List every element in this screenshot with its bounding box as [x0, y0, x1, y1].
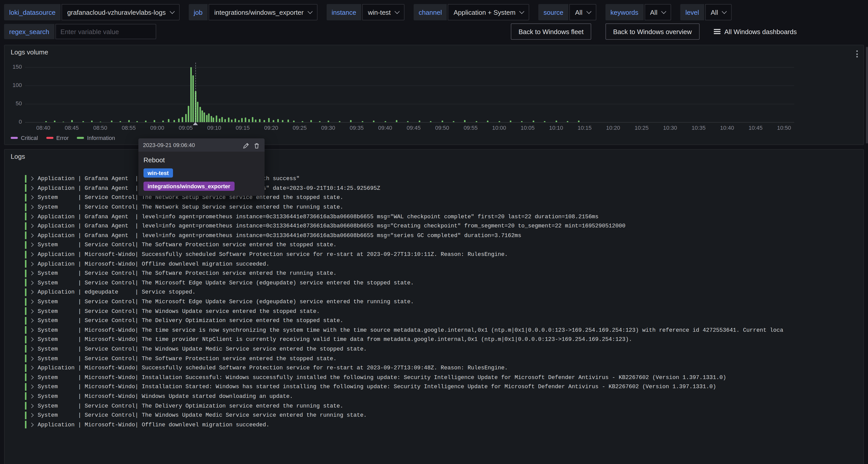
- expand-chevron-icon[interactable]: [30, 394, 34, 398]
- x-axis-tick: 09:35: [349, 125, 364, 131]
- variable-dropdown-channel[interactable]: Application + System: [448, 4, 529, 20]
- expand-chevron-icon[interactable]: [30, 290, 34, 294]
- log-row[interactable]: System | Service Control| The Windows Up…: [5, 307, 863, 316]
- expand-chevron-icon[interactable]: [30, 233, 34, 238]
- log-line: System | Service Control| The Windows Up…: [38, 346, 367, 352]
- logs-volume-plot[interactable]: 05010015008:4008:4508:5008:5509:0009:050…: [5, 45, 863, 145]
- log-row[interactable]: System | Service Control| The Windows Up…: [5, 410, 863, 420]
- log-line: Application | edgeupdate | Service stopp…: [38, 289, 196, 295]
- expand-chevron-icon[interactable]: [30, 337, 34, 342]
- expand-chevron-icon[interactable]: [30, 262, 34, 266]
- expand-chevron-icon[interactable]: [30, 300, 34, 304]
- log-row[interactable]: System | Service Control| The Software P…: [5, 354, 863, 363]
- bar-information: [255, 120, 257, 122]
- bar-information: [178, 119, 180, 122]
- variable-label-instance: instance: [327, 4, 361, 20]
- legend-item-error[interactable]: Error: [46, 135, 69, 141]
- log-row[interactable]: System | Service Control| The Windows Up…: [5, 344, 863, 353]
- log-line: System | Service Control| The Delivery O…: [38, 317, 343, 323]
- expand-chevron-icon[interactable]: [30, 309, 34, 313]
- back-to-overview-button[interactable]: Back to Windows overview: [606, 23, 699, 40]
- log-row[interactable]: System | Microsoft-Windo| Installation S…: [5, 382, 863, 392]
- bar-information: [162, 121, 163, 122]
- expand-chevron-icon[interactable]: [30, 318, 34, 323]
- log-row[interactable]: System | Service Control| The Network Se…: [5, 193, 863, 202]
- log-level-indicator: [25, 251, 27, 258]
- log-row[interactable]: Application | Grafana Agent | level=info…: [5, 212, 863, 221]
- expand-chevron-icon[interactable]: [30, 281, 34, 285]
- chevron-down-icon: [586, 9, 591, 14]
- log-row[interactable]: Application | Grafana Agent | level=info…: [5, 183, 863, 193]
- expand-chevron-icon[interactable]: [30, 384, 34, 389]
- log-level-indicator: [25, 364, 27, 372]
- bar-information: [498, 121, 500, 122]
- log-row[interactable]: Application | Microsoft-Windo| Offline d…: [5, 259, 863, 269]
- expand-chevron-icon[interactable]: [30, 205, 34, 209]
- edit-annotation-pencil-icon[interactable]: [243, 142, 249, 148]
- all-dashboards-link[interactable]: All Windows dashboards: [714, 28, 797, 35]
- log-row[interactable]: System | Service Control| The Microsoft …: [5, 278, 863, 287]
- regex-search-input[interactable]: [56, 24, 156, 39]
- expand-chevron-icon[interactable]: [30, 214, 34, 219]
- log-row[interactable]: Application | Grafana Agent | level=info…: [5, 231, 863, 240]
- delete-annotation-trash-icon[interactable]: [253, 142, 260, 148]
- variable-group-source: sourceAll: [538, 4, 596, 20]
- log-row[interactable]: Application | Grafana Agent | level=info…: [5, 221, 863, 231]
- bar-information: [192, 75, 194, 122]
- log-row[interactable]: System | Service Control| The Network Se…: [5, 203, 863, 212]
- log-row[interactable]: Application | Grafana Agent | level=info…: [5, 174, 863, 183]
- bar-information: [208, 113, 210, 122]
- bar-information: [62, 121, 64, 122]
- expand-chevron-icon[interactable]: [30, 186, 34, 190]
- variable-dropdown-loki_datasource[interactable]: grafanacloud-vzhuravlevlabs-logs: [62, 4, 179, 20]
- annotation-tag[interactable]: integrations/windows_exporter: [144, 182, 234, 191]
- expand-chevron-icon[interactable]: [30, 177, 34, 181]
- expand-chevron-icon[interactable]: [30, 252, 34, 257]
- annotation-tag[interactable]: win-test: [144, 168, 173, 178]
- log-row[interactable]: System | Microsoft-Windo| The time servi…: [5, 326, 863, 335]
- expand-chevron-icon[interactable]: [30, 375, 34, 379]
- expand-chevron-icon[interactable]: [30, 404, 34, 408]
- log-row[interactable]: Application | edgeupdate | Service stopp…: [5, 287, 863, 297]
- x-axis-tick: 09:30: [321, 125, 335, 131]
- log-row[interactable]: System | Service Control| The Microsoft …: [5, 297, 863, 306]
- bar-information: [190, 67, 192, 122]
- expand-chevron-icon[interactable]: [30, 271, 34, 276]
- expand-chevron-icon[interactable]: [30, 357, 34, 361]
- log-level-indicator: [25, 345, 27, 353]
- log-row[interactable]: System | Service Control| The Software P…: [5, 269, 863, 278]
- log-level-indicator: [25, 374, 27, 381]
- log-line: System | Service Control| The Software P…: [38, 355, 337, 362]
- log-row[interactable]: Application | Microsoft-Windo| Offline d…: [5, 420, 863, 429]
- expand-chevron-icon[interactable]: [30, 423, 34, 427]
- expand-chevron-icon[interactable]: [30, 366, 34, 370]
- annotation-marker[interactable]: [193, 122, 198, 125]
- expand-chevron-icon[interactable]: [30, 195, 34, 200]
- log-row[interactable]: System | Service Control| The Software P…: [5, 240, 863, 250]
- log-row[interactable]: Application | Microsoft-Windo| Successfu…: [5, 250, 863, 259]
- expand-chevron-icon[interactable]: [30, 224, 34, 228]
- page-scrollbar-thumb[interactable]: [866, 47, 868, 144]
- expand-chevron-icon[interactable]: [30, 413, 34, 417]
- variable-dropdown-keywords[interactable]: All: [644, 4, 671, 20]
- variable-dropdown-source[interactable]: All: [569, 4, 596, 20]
- bar-information: [350, 120, 352, 122]
- log-line: System | Service Control| The Software P…: [38, 242, 337, 248]
- variable-group-channel: channelApplication + System: [414, 4, 529, 20]
- back-to-fleet-button[interactable]: Back to Windows fleet: [511, 23, 591, 40]
- log-row[interactable]: System | Service Control| The Delivery O…: [5, 401, 863, 410]
- variable-dropdown-instance[interactable]: win-test: [362, 4, 404, 20]
- variable-dropdown-job[interactable]: integrations/windows_exporter: [209, 4, 317, 20]
- expand-chevron-icon[interactable]: [30, 328, 34, 332]
- log-row[interactable]: System | Microsoft-Windo| Installation S…: [5, 373, 863, 382]
- variable-dropdown-level[interactable]: All: [705, 4, 732, 20]
- log-row[interactable]: Application | Microsoft-Windo| Successfu…: [5, 363, 863, 373]
- expand-chevron-icon[interactable]: [30, 347, 34, 351]
- log-row[interactable]: System | Service Control| The Delivery O…: [5, 316, 863, 326]
- legend-item-information[interactable]: Information: [77, 135, 115, 141]
- log-row[interactable]: System | Microsoft-Windo| The time provi…: [5, 335, 863, 344]
- legend-item-critical[interactable]: Critical: [11, 135, 38, 141]
- expand-chevron-icon[interactable]: [30, 243, 34, 247]
- bar-information: [282, 120, 283, 122]
- log-row[interactable]: System | Microsoft-Windo| Windows Update…: [5, 392, 863, 401]
